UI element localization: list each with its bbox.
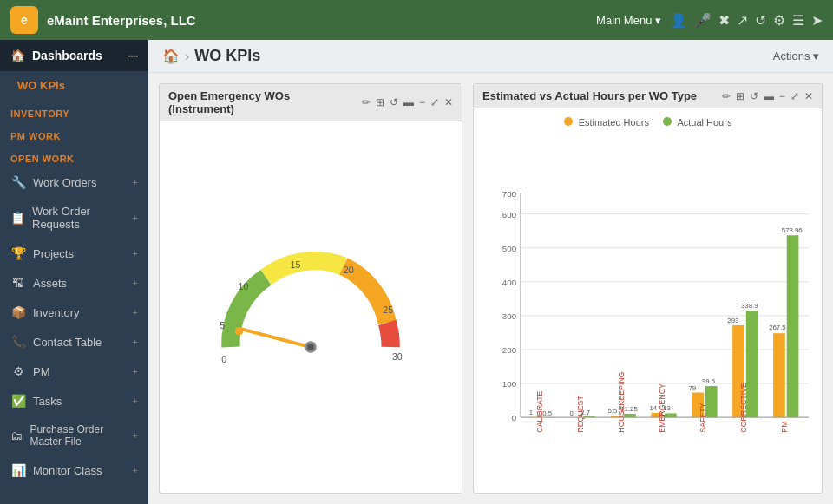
sidebar-item-wo-kpis-label: WO KPIs — [17, 79, 65, 92]
sidebar-item-purchase-order-label: Purchase Order Master File — [30, 423, 132, 448]
chart-menu-icon[interactable]: ▬ — [764, 90, 774, 102]
inventory-icon: 📦 — [10, 305, 26, 319]
page-title: WO KPIs — [194, 47, 260, 65]
svg-point-9 — [307, 344, 314, 350]
sidebar-header: 🏠 Dashboards — — [0, 40, 148, 71]
gauge-minimize-icon[interactable]: − — [419, 96, 425, 108]
sidebar-item-assets[interactable]: 🏗 Assets + — [0, 268, 148, 298]
svg-text:79: 79 — [688, 384, 696, 392]
bar-pm-act — [787, 235, 799, 417]
sidebar-section-pm-work: PM WORK — [0, 122, 148, 145]
sidebar-item-work-orders[interactable]: 🔧 Work Orders + — [0, 167, 148, 197]
svg-text:0: 0 — [512, 413, 517, 422]
app-title: eMaint Enterprises, LLC — [47, 13, 587, 28]
chart-legend: Estimated Hours Actual Hours — [482, 117, 813, 128]
svg-text:EMERGENCY: EMERGENCY — [658, 383, 666, 433]
menu-icon[interactable]: ☰ — [792, 12, 804, 29]
sidebar-item-pm-label: PM — [33, 365, 50, 378]
svg-text:200: 200 — [502, 345, 517, 355]
refresh-icon[interactable]: ↺ — [755, 12, 766, 29]
sidebar-item-work-orders-label: Work Orders — [33, 176, 96, 189]
sidebar-item-inventory[interactable]: 📦 Inventory + — [0, 298, 148, 327]
bar-safety-act — [705, 386, 718, 417]
gauge-config-icon[interactable]: ⊞ — [376, 96, 384, 108]
svg-text:293: 293 — [727, 317, 738, 324]
expand-icon-work-orders: + — [133, 177, 138, 187]
sidebar-item-projects[interactable]: 🏆 Projects + — [0, 239, 148, 268]
svg-text:400: 400 — [502, 278, 517, 287]
pm-icon: ⚙ — [10, 364, 26, 378]
breadcrumb-home-icon[interactable]: 🏠 — [162, 48, 180, 64]
settings-icon[interactable]: ⚙ — [773, 12, 785, 29]
sidebar-section-open-work: OPEN WORK — [0, 145, 148, 167]
legend-actual-dot — [663, 117, 672, 126]
po-icon: 🗂 — [10, 429, 23, 442]
svg-text:CORRECTIVE: CORRECTIVE — [739, 383, 748, 433]
legend-estimated-dot — [564, 117, 573, 126]
gauge-expand-icon[interactable]: ⤢ — [430, 96, 439, 108]
chart-minimize-icon[interactable]: − — [779, 90, 785, 102]
topbar: e eMaint Enterprises, LLC Main Menu ▾ 👤 … — [0, 0, 833, 40]
bar-housekeeping-act — [624, 414, 636, 417]
gauge-widget-body: 0 5 10 15 20 25 30 — [160, 121, 462, 493]
user-icon[interactable]: 👤 — [670, 12, 687, 29]
sidebar-collapse-icon[interactable]: — — [128, 49, 138, 62]
sidebar-section-inventory: INVENTORY — [0, 100, 148, 122]
sidebar-item-monitor-class[interactable]: 📊 Monitor Class + — [0, 455, 148, 485]
legend-actual: Actual Hours — [663, 117, 731, 128]
svg-text:25: 25 — [383, 304, 393, 315]
svg-text:0: 0 — [221, 354, 226, 364]
svg-text:1: 1 — [529, 409, 533, 416]
svg-text:578.96: 578.96 — [782, 226, 803, 234]
assets-icon: 🏗 — [10, 276, 26, 290]
tasks-icon: ✅ — [10, 394, 26, 408]
svg-text:338.9: 338.9 — [741, 302, 758, 310]
sidebar-item-purchase-order[interactable]: 🗂 Purchase Order Master File + — [0, 416, 148, 455]
sidebar-item-contact-table[interactable]: 📞 Contact Table + — [0, 327, 148, 357]
svg-text:CALIBRATE: CALIBRATE — [535, 390, 544, 432]
sidebar-item-inventory-label: Inventory — [33, 306, 79, 319]
sidebar-item-pm[interactable]: ⚙ PM + — [0, 357, 148, 386]
actions-button[interactable]: Actions ▾ — [773, 49, 819, 62]
expand-icon-contact: + — [133, 337, 138, 347]
svg-text:PM: PM — [780, 422, 789, 433]
sidebar-item-monitor-class-label: Monitor Class — [33, 464, 102, 477]
svg-point-10 — [235, 327, 244, 336]
gauge-menu-icon[interactable]: ▬ — [403, 96, 414, 108]
legend-estimated-label: Estimated Hours — [579, 117, 649, 128]
chart-close-icon[interactable]: ✕ — [804, 90, 813, 102]
svg-text:30: 30 — [392, 351, 403, 362]
sidebar-item-contact-table-label: Contact Table — [33, 336, 102, 349]
svg-text:5: 5 — [220, 320, 225, 331]
gauge-refresh-icon[interactable]: ↺ — [390, 96, 398, 108]
sidebar-item-tasks-label: Tasks — [33, 395, 62, 408]
svg-text:20: 20 — [344, 265, 354, 275]
content-area: 🏠 › WO KPIs Actions ▾ Open Emergency WOs… — [148, 40, 833, 504]
chart-edit-icon[interactable]: ✏ — [722, 90, 731, 102]
content-header: 🏠 › WO KPIs Actions ▾ — [148, 40, 833, 73]
sidebar-item-projects-label: Projects — [33, 247, 74, 260]
expand-icon-assets: + — [133, 278, 138, 288]
gauge-close-icon[interactable]: ✕ — [444, 96, 453, 108]
grid-icon[interactable]: ✖ — [718, 12, 730, 29]
chart-refresh-icon[interactable]: ↺ — [750, 90, 758, 102]
mic-icon[interactable]: 🎤 — [694, 12, 712, 29]
sidebar-item-tasks[interactable]: ✅ Tasks + — [0, 386, 148, 416]
bar-chart-svg: 0 100 200 300 400 500 600 700 — [482, 134, 813, 488]
send-icon[interactable]: ➤ — [811, 12, 823, 29]
svg-text:0: 0 — [570, 409, 574, 417]
svg-text:14: 14 — [649, 404, 657, 412]
main-menu-button[interactable]: Main Menu ▾ — [596, 14, 661, 27]
app-logo: e — [10, 6, 38, 34]
sidebar-item-work-order-requests[interactable]: 📋 Work Order Requests + — [0, 197, 148, 239]
export-icon[interactable]: ↗ — [737, 12, 748, 29]
chart-config-icon[interactable]: ⊞ — [736, 90, 744, 102]
wrench-icon: 🔧 — [10, 175, 26, 189]
gauge-edit-icon[interactable]: ✏ — [362, 96, 371, 108]
contact-icon: 📞 — [10, 335, 26, 349]
chart-widget-title: Estimated vs Actual Hours per WO Type — [482, 89, 717, 102]
chart-expand-icon[interactable]: ⤢ — [790, 90, 799, 102]
bar-pm-est — [773, 333, 785, 417]
svg-line-7 — [239, 329, 311, 347]
sidebar-item-wo-kpis[interactable]: WO KPIs — [0, 71, 148, 100]
